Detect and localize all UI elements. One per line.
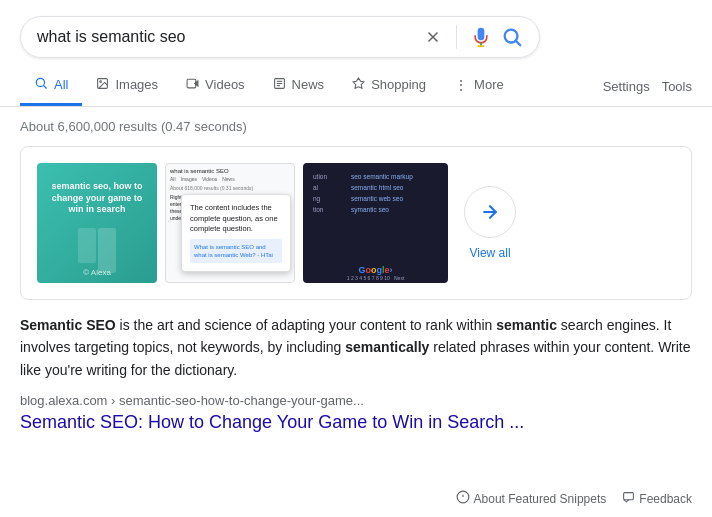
thumbnail-main: semantic seo, how to change your game to… <box>37 163 157 283</box>
tab-all-label: All <box>54 77 68 92</box>
tooltip-text: The content includes the complete questi… <box>190 203 282 235</box>
thumb-right-label-2: al <box>313 184 343 191</box>
thumb-right-value-2: semantic html seo <box>351 184 403 191</box>
search-bar: what is semantic seo <box>20 16 540 58</box>
tab-all[interactable]: All <box>20 66 82 106</box>
thumb-figure-1 <box>78 228 96 263</box>
clear-icon[interactable] <box>424 28 442 46</box>
thumb-right-row-2: al semantic html seo <box>313 184 438 191</box>
tab-shopping-label: Shopping <box>371 77 426 92</box>
all-icon <box>34 76 48 93</box>
about-icon <box>456 490 470 507</box>
header: what is semantic seo <box>0 0 712 58</box>
thumb-middle-count: About 618,000 results (0.31 seconds) <box>170 185 290 191</box>
tab-images[interactable]: Images <box>82 67 172 106</box>
search-input[interactable]: what is semantic seo <box>37 28 416 46</box>
thumb-right-label-1: ution <box>313 173 343 180</box>
snippet-thumbnails: semantic seo, how to change your game to… <box>37 163 448 283</box>
tab-shopping[interactable]: Shopping <box>338 67 440 106</box>
snippet-text-2: is the art and science of adapting your … <box>116 317 497 333</box>
svg-marker-11 <box>195 80 198 85</box>
thumb-right-value-1: seo semantic markup <box>351 173 413 180</box>
search-submit-icon[interactable] <box>501 26 523 48</box>
thumb-right-label-3: ng <box>313 195 343 202</box>
snippet-text: Semantic SEO is the art and science of a… <box>20 314 692 381</box>
tab-news[interactable]: News <box>259 67 339 106</box>
thumb-right-items: ution seo semantic markup al semantic ht… <box>303 163 448 223</box>
thumb-right-pages: 1 2 3 4 5 6 7 8 9 10 Next <box>347 275 405 281</box>
feedback-icon <box>622 491 635 507</box>
divider <box>456 25 457 49</box>
thumb-right-row-3: ng semantic web seo <box>313 195 438 202</box>
images-icon <box>96 77 109 93</box>
snippet-bold-1: Semantic SEO <box>20 317 116 333</box>
tab-more[interactable]: ⋮ More <box>440 67 518 106</box>
thumb-right-row-1: ution seo semantic markup <box>313 173 438 180</box>
snippet-bold-3: semantic <box>496 317 557 333</box>
tab-more-label: More <box>474 77 504 92</box>
mic-icon[interactable] <box>471 27 491 47</box>
feedback-label: Feedback <box>639 492 692 506</box>
feedback-button[interactable]: Feedback <box>622 491 692 507</box>
thumb-figures <box>78 228 116 273</box>
svg-line-7 <box>44 86 47 89</box>
tooltip-footer: What is semantic SEO and what is semanti… <box>190 239 282 264</box>
google-chevron: › <box>390 265 393 275</box>
thumbnail-middle: what is semantic SEO All Images Videos N… <box>165 163 295 283</box>
footer: About Featured Snippets Feedback <box>456 490 692 507</box>
thumb-right-label-4: tion <box>313 206 343 213</box>
view-all-area: View all <box>464 163 516 283</box>
results-count: About 6,600,000 results (0.47 seconds) <box>0 107 712 146</box>
settings-link[interactable]: Settings <box>603 79 650 94</box>
thumb-middle-nav: All Images Videos News <box>170 176 290 182</box>
videos-icon <box>186 77 199 93</box>
tools-link[interactable]: Tools <box>662 79 692 94</box>
tab-videos[interactable]: Videos <box>172 67 259 106</box>
tab-images-label: Images <box>115 77 158 92</box>
view-all-button[interactable] <box>464 186 516 238</box>
tooltip-footer-text: What is semantic SEO and what is semanti… <box>194 243 278 260</box>
thumb-middle-title: what is semantic SEO <box>170 168 290 174</box>
thumb-right-value-3: semantic web seo <box>351 195 403 202</box>
svg-line-5 <box>516 41 520 45</box>
featured-snippet: semantic seo, how to change your game to… <box>20 146 692 300</box>
svg-rect-21 <box>624 492 634 499</box>
thumb-nav-news: News <box>222 176 235 182</box>
snippet-bold-5: semantically <box>345 339 429 355</box>
thumb-figure-2 <box>98 228 116 273</box>
svg-point-9 <box>100 80 102 82</box>
svg-marker-16 <box>353 78 364 88</box>
tab-news-label: News <box>292 77 325 92</box>
thumb-nav-images: Images <box>181 176 197 182</box>
thumbnail-right: ution seo semantic markup al semantic ht… <box>303 163 448 283</box>
google-g: G <box>358 265 365 275</box>
thumb-main-logo: © Alexa <box>83 268 111 277</box>
thumb-nav-all: All <box>170 176 176 182</box>
search-icons <box>424 25 523 49</box>
tooltip-box: The content includes the complete questi… <box>181 194 291 272</box>
nav-settings: Settings Tools <box>603 69 692 104</box>
thumb-right-google: G o o g l e › <box>358 265 392 275</box>
snippet-description-area: Semantic SEO is the art and science of a… <box>20 314 692 433</box>
about-snippets[interactable]: About Featured Snippets <box>456 490 607 507</box>
thumb-right-value-4: symantic seo <box>351 206 389 213</box>
view-all-label[interactable]: View all <box>469 246 510 260</box>
thumb-right-row-4: tion symantic seo <box>313 206 438 213</box>
nav-tabs: All Images Videos <box>0 58 712 107</box>
snippet-link[interactable]: Semantic SEO: How to Change Your Game to… <box>20 412 524 432</box>
thumb-nav-videos: Videos <box>202 176 217 182</box>
tab-videos-label: Videos <box>205 77 245 92</box>
news-icon <box>273 77 286 93</box>
more-icon: ⋮ <box>454 77 468 93</box>
shopping-icon <box>352 77 365 93</box>
about-label: About Featured Snippets <box>474 492 607 506</box>
thumb-main-text: semantic seo, how to change your game to… <box>37 173 157 224</box>
snippet-url: blog.alexa.com › semantic-seo-how-to-cha… <box>20 393 692 408</box>
